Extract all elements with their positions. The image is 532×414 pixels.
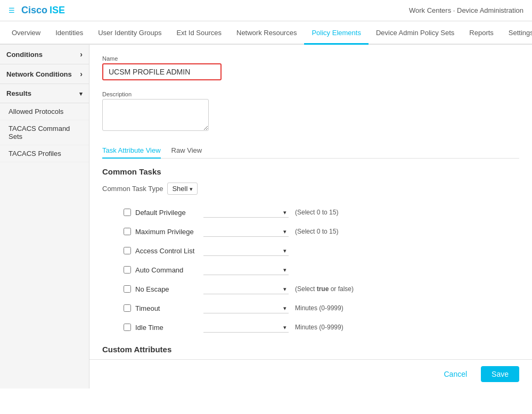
header-title: Work Centers · Device Administration [409,6,523,14]
task-row-idle-time: Idle Time Minutes (0-9999) [124,320,519,334]
common-tasks-title: Common Tasks [102,167,519,176]
app-logo: Cisco ISE [21,5,65,16]
sidebar-section-results[interactable]: Results [0,84,89,103]
hint-idle-time: Minutes (0-9999) [295,324,343,331]
chevron-right-icon-2 [80,70,83,78]
cancel-button[interactable]: Cancel [435,367,476,382]
tab-identities[interactable]: Identities [48,21,91,45]
view-tabs: Task Attribute View Raw View [102,143,519,159]
dropdown-maximum-privilege[interactable] [203,226,289,237]
tab-reports[interactable]: Reports [462,21,501,45]
label-maximum-privilege: Maximum Privilege [135,228,199,236]
task-row-maximum-privilege: Maximum Privilege (Select 0 to 15) [124,225,519,238]
tab-raw-view[interactable]: Raw View [171,143,202,159]
checkbox-default-privilege[interactable] [124,209,131,216]
dropdown-no-escape[interactable] [203,284,289,294]
task-row-no-escape: No Escape (Select true or false) [124,282,519,296]
checkbox-idle-time[interactable] [124,324,131,331]
tab-device-admin-policy-sets[interactable]: Device Admin Policy Sets [369,21,462,45]
custom-attributes-title: Custom Attributes [102,345,519,354]
name-input[interactable] [109,68,215,76]
task-type-select[interactable]: Shell [167,183,198,195]
chevron-no-escape [283,285,287,293]
task-type-value: Shell [172,185,187,193]
checkbox-access-control-list[interactable] [124,247,131,254]
logo-ise: ISE [50,5,65,16]
checkbox-auto-command[interactable] [124,266,131,274]
sidebar-item-allowed-protocols[interactable]: Allowed Protocols [0,103,89,120]
chevron-timeout [283,304,287,312]
name-label: Name [102,55,519,62]
task-row-timeout: Timeout Minutes (0-9999) [124,301,519,315]
label-timeout: Timeout [135,304,199,312]
label-default-privilege: Default Privilege [135,209,199,217]
task-type-label: Common Task Type [102,185,163,193]
checkbox-timeout[interactable] [124,304,131,312]
menu-icon[interactable]: ☰ [9,6,15,14]
tab-task-attribute-view[interactable]: Task Attribute View [102,143,161,159]
task-row-access-control-list: Access Control List [124,244,519,258]
sidebar-item-tacacs-command-sets[interactable]: TACACS Command Sets [0,120,89,145]
desc-textarea[interactable] [102,99,209,131]
sidebar-section-conditions-label: Conditions [6,51,43,59]
nav-tabs: Overview Identities User Identity Groups… [0,21,532,45]
save-button[interactable]: Save [481,366,519,382]
name-field-wrapper [102,63,222,80]
chevron-access-control-list [283,246,287,254]
sidebar-section-results-label: Results [6,89,31,97]
task-row-default-privilege: Default Privilege (Select 0 to 15) [124,205,519,219]
dropdown-timeout[interactable] [203,303,289,313]
content-area: Name Description Task Attribute View Raw… [89,45,532,359]
bottom-bar: Cancel Save [89,359,532,388]
task-type-dropdown-icon [190,185,193,193]
desc-label: Description [102,91,519,97]
hint-default-privilege: (Select 0 to 15) [295,209,338,216]
checkbox-maximum-privilege[interactable] [124,228,131,235]
tab-network-resources[interactable]: Network Resources [229,21,304,45]
chevron-default-privilege [283,208,287,216]
tab-settings[interactable]: Settings [501,21,532,45]
sidebar-section-network-conditions[interactable]: Network Conditions [0,64,89,84]
checkbox-no-escape[interactable] [124,285,131,293]
sidebar: Conditions Network Conditions Results Al… [0,45,89,388]
sidebar-item-tacacs-profiles[interactable]: TACACS Profiles [0,145,89,162]
chevron-idle-time [283,323,287,331]
tab-user-identity-groups[interactable]: User Identity Groups [91,21,169,45]
chevron-auto-command [283,266,287,274]
hint-timeout: Minutes (0-9999) [295,304,343,312]
task-type-row: Common Task Type Shell [102,183,519,195]
chevron-maximum-privilege [283,227,287,235]
label-idle-time: Idle Time [135,324,199,332]
task-row-auto-command: Auto Command [124,263,519,277]
top-header: ☰ Cisco ISE Work Centers · Device Admini… [0,0,532,21]
label-access-control-list: Access Control List [135,247,199,255]
dropdown-access-control-list[interactable] [203,245,289,256]
task-rows: Default Privilege (Select 0 to 15) Maxim… [124,205,519,334]
tab-policy-elements[interactable]: Policy Elements [304,21,368,45]
dropdown-default-privilege[interactable] [203,207,289,218]
hint-no-escape: (Select true or false) [295,285,354,293]
label-auto-command: Auto Command [135,266,199,274]
chevron-down-icon [79,89,83,97]
chevron-right-icon [80,50,83,59]
dropdown-auto-command[interactable] [203,264,289,275]
sidebar-section-conditions[interactable]: Conditions [0,45,89,64]
sidebar-section-network-conditions-label: Network Conditions [6,70,72,78]
hint-maximum-privilege: (Select 0 to 15) [295,228,338,235]
logo-cisco: Cisco [21,5,47,16]
tab-ext-id-sources[interactable]: Ext Id Sources [169,21,229,45]
dropdown-idle-time[interactable] [203,322,289,333]
tab-overview[interactable]: Overview [4,21,48,45]
label-no-escape: No Escape [135,285,199,293]
